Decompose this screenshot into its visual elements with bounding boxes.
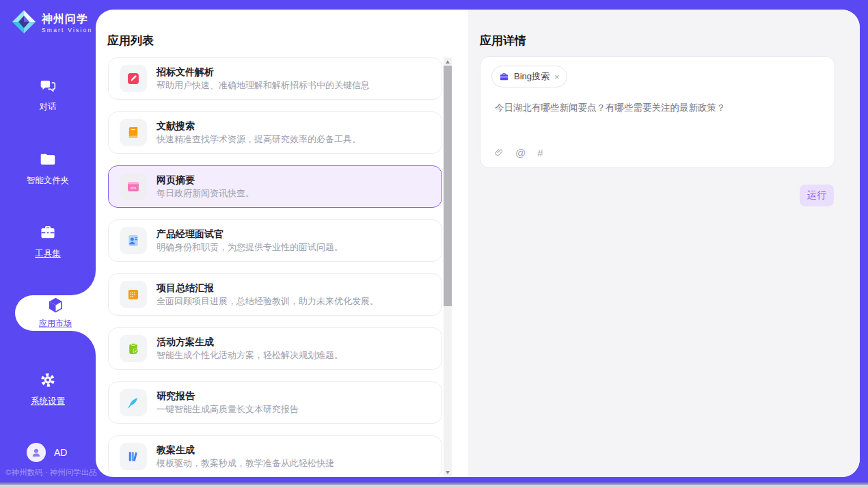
app-card-tender-analysis[interactable]: 招标文件解析 帮助用户快速、准确地理解和解析招标书中的关键信息 bbox=[108, 57, 442, 100]
app-card-desc: 帮助用户快速、准确地理解和解析招标书中的关键信息 bbox=[157, 79, 370, 92]
svg-text:</>: </> bbox=[130, 185, 136, 190]
app-card-title: 产品经理面试官 bbox=[157, 227, 343, 241]
app-list: 招标文件解析 帮助用户快速、准确地理解和解析招标书中的关键信息 bbox=[108, 57, 442, 477]
gear-icon bbox=[39, 379, 57, 391]
app-list-title: 应用列表 bbox=[107, 33, 154, 49]
scrollbar-down-icon[interactable] bbox=[446, 471, 450, 474]
app-card-desc: 一键智能生成高质量长文本研究报告 bbox=[157, 403, 299, 416]
app-card-literature-search[interactable]: 文献搜索 快速精准查找学术资源，提高研究效率的必备工具。 bbox=[108, 111, 442, 154]
books-icon bbox=[126, 450, 140, 463]
app-list-panel: 应用列表 招标文件解析 帮助用户快速、准确地理解和解析招标书中的关键信 bbox=[96, 10, 468, 477]
browser-code-icon: </> bbox=[126, 180, 140, 193]
chat-icon bbox=[39, 85, 57, 96]
sidebar-item-label: 对话 bbox=[0, 101, 96, 113]
person-icon bbox=[30, 446, 42, 459]
app-icon-tile bbox=[120, 281, 147, 308]
app-card-title: 网页摘要 bbox=[157, 173, 254, 187]
brand-logo: 神州问学 Smart Vision bbox=[11, 9, 92, 38]
brand-logo-icon bbox=[11, 9, 37, 38]
sidebar-item-label: 智能文件夹 bbox=[0, 175, 96, 187]
app-card-desc: 快速精准查找学术资源，提高研究效率的必备工具。 bbox=[157, 133, 361, 146]
app-card-title: 项目总结汇报 bbox=[157, 281, 379, 295]
toolbox-icon bbox=[39, 232, 57, 243]
avatar bbox=[27, 443, 46, 462]
composer-card: Bing搜索 × 今日湖北有哪些新闻要点？有哪些需要关注的最新政策？ @ # bbox=[480, 56, 835, 168]
scrollbar-thumb[interactable] bbox=[444, 66, 452, 306]
paperclip-icon[interactable] bbox=[494, 147, 504, 159]
app-card-title: 研究报告 bbox=[157, 389, 299, 403]
sidebar-item-label: 系统设置 bbox=[0, 396, 96, 407]
brand-subtitle: Smart Vision bbox=[42, 27, 92, 33]
sidebar-item-chat[interactable]: 对话 bbox=[0, 77, 96, 113]
tool-chip-label: Bing搜索 bbox=[514, 70, 550, 83]
note-icon bbox=[126, 288, 140, 301]
app-card-desc: 智能生成个性化活动方案，轻松解决规划难题。 bbox=[157, 349, 343, 362]
ink-pen-icon bbox=[126, 396, 140, 409]
folder-icon bbox=[39, 159, 57, 170]
sidebar-item-tools[interactable]: 工具集 bbox=[0, 223, 96, 260]
tool-chip-bing-search[interactable]: Bing搜索 × bbox=[491, 66, 567, 87]
brand-title: 神州问学 bbox=[42, 14, 92, 25]
sidebar-footer: ©神州数码 · 神州问学出品 bbox=[5, 467, 97, 478]
app-card-desc: 模板驱动，教案秒成，教学准备从此轻松快捷 bbox=[157, 457, 334, 470]
sidebar-item-settings[interactable]: 系统设置 bbox=[0, 371, 96, 407]
book-icon bbox=[126, 126, 140, 139]
window-edge-strip bbox=[0, 485, 868, 488]
app-icon-tile bbox=[120, 389, 147, 416]
app-icon-tile bbox=[120, 65, 147, 92]
cube-icon bbox=[47, 304, 64, 316]
app-card-desc: 明确身份和职责，为您提供专业性的面试问题。 bbox=[157, 241, 343, 254]
prompt-input[interactable]: 今日湖北有哪些新闻要点？有哪些需要关注的最新政策？ bbox=[495, 102, 822, 114]
hash-icon[interactable]: # bbox=[537, 147, 543, 159]
app-detail-title: 应用详情 bbox=[480, 33, 526, 49]
app-card-research-report[interactable]: 研究报告 一键智能生成高质量长文本研究报告 bbox=[108, 381, 442, 424]
active-tab-curve-bottom bbox=[71, 331, 96, 355]
user-initials: AD bbox=[54, 447, 67, 458]
sidebar: 神州问学 Smart Vision 对话 智能文件夹 bbox=[0, 0, 96, 488]
interviewer-icon bbox=[126, 234, 140, 247]
app-card-title: 教案生成 bbox=[157, 443, 334, 457]
app-card-title: 文献搜索 bbox=[157, 119, 361, 133]
app-icon-tile bbox=[120, 227, 147, 254]
app-card-web-summary[interactable]: </> 网页摘要 每日政府新闻资讯快查。 bbox=[108, 165, 442, 208]
app-card-event-plan[interactable]: 活动方案生成 智能生成个性化活动方案，轻松解决规划难题。 bbox=[108, 327, 442, 370]
chip-close-icon[interactable]: × bbox=[554, 72, 560, 81]
list-scrollbar[interactable] bbox=[444, 57, 452, 477]
edit-square-icon bbox=[126, 72, 140, 85]
app-icon-tile: </> bbox=[120, 173, 147, 200]
app-card-desc: 每日政府新闻资讯快查。 bbox=[157, 187, 254, 200]
scrollbar-up-icon[interactable] bbox=[446, 60, 450, 64]
at-icon[interactable]: @ bbox=[515, 147, 526, 159]
composer-toolbar: @ # bbox=[494, 147, 543, 159]
app-card-project-summary[interactable]: 项目总结汇报 全面回顾项目进展，总结经验教训，助力未来优化发展。 bbox=[108, 273, 442, 316]
app-icon-tile bbox=[120, 335, 147, 362]
sidebar-item-label: 工具集 bbox=[0, 248, 96, 260]
clipboard-check-icon bbox=[126, 342, 140, 355]
sidebar-item-folders[interactable]: 智能文件夹 bbox=[0, 150, 96, 187]
app-card-title: 招标文件解析 bbox=[157, 65, 370, 79]
main-content: 应用列表 招标文件解析 帮助用户快速、准确地理解和解析招标书中的关键信 bbox=[96, 10, 860, 477]
sidebar-item-label: 应用市场 bbox=[15, 318, 96, 329]
run-button[interactable]: 运行 bbox=[800, 185, 834, 206]
briefcase-icon bbox=[499, 72, 509, 82]
app-window: 神州问学 Smart Vision 对话 智能文件夹 bbox=[0, 0, 868, 488]
active-tab-curve-top bbox=[71, 271, 96, 295]
app-detail-panel: 应用详情 Bing搜索 × 今日湖北有哪些新闻要点？有哪些需要关注的最新政策？ bbox=[468, 10, 860, 477]
app-card-title: 活动方案生成 bbox=[157, 335, 343, 349]
sidebar-item-market[interactable]: 应用市场 bbox=[15, 295, 96, 331]
app-card-pm-interviewer[interactable]: 产品经理面试官 明确身份和职责，为您提供专业性的面试问题。 bbox=[108, 219, 442, 262]
app-card-desc: 全面回顾项目进展，总结经验教训，助力未来优化发展。 bbox=[157, 295, 379, 308]
app-icon-tile bbox=[120, 119, 147, 146]
app-card-lesson-plan[interactable]: 教案生成 模板驱动，教案秒成，教学准备从此轻松快捷 bbox=[108, 435, 442, 477]
user-profile[interactable]: AD bbox=[27, 443, 67, 462]
app-icon-tile bbox=[120, 443, 147, 470]
